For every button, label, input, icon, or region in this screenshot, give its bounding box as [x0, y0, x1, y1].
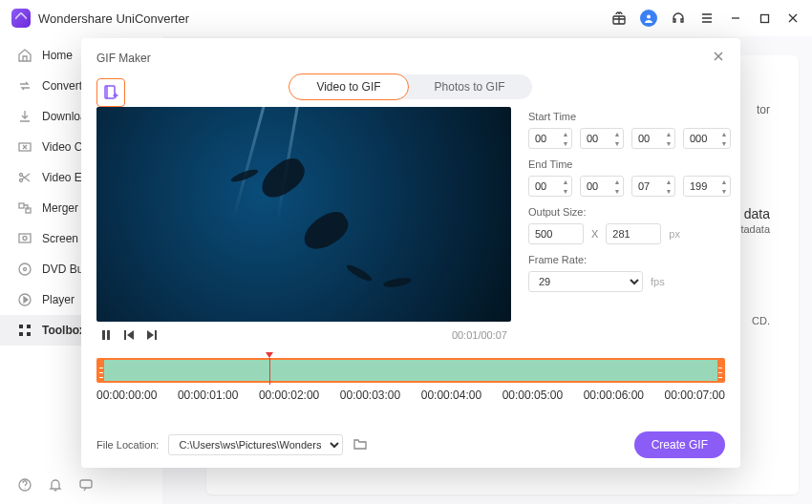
- open-folder-icon[interactable]: [353, 437, 368, 453]
- settings-panel: Start Time ▲▼ ▲▼ ▲▼ ▲▼ End Time ▲▼ ▲▼ ▲▼…: [528, 107, 731, 350]
- modal-title: GIF Maker: [96, 52, 151, 65]
- tab-video-to-gif[interactable]: Video to GIF: [288, 74, 408, 100]
- timeline[interactable]: [96, 358, 725, 383]
- download-icon: [17, 109, 32, 124]
- modal-close-icon[interactable]: [712, 50, 725, 67]
- pause-button[interactable]: [100, 329, 112, 341]
- spin-up-icon[interactable]: ▲: [719, 129, 729, 138]
- spin-down-icon[interactable]: ▼: [664, 138, 673, 148]
- prev-frame-button[interactable]: [123, 329, 135, 341]
- mode-tabs: Video to GIF Photos to GIF: [96, 74, 725, 99]
- minimize-icon[interactable]: [728, 10, 743, 26]
- merge-icon: [17, 200, 32, 216]
- help-icon[interactable]: [17, 477, 32, 493]
- svg-rect-15: [19, 332, 23, 336]
- svg-rect-16: [27, 332, 31, 336]
- maximize-icon[interactable]: [757, 10, 772, 26]
- tick: 00:00:06:00: [584, 388, 644, 402]
- next-frame-button[interactable]: [146, 329, 158, 341]
- spin-down-icon[interactable]: ▼: [612, 186, 622, 196]
- tick: 00:00:05:00: [502, 388, 563, 402]
- start-time-label: Start Time: [528, 111, 731, 122]
- height-input[interactable]: [606, 223, 661, 244]
- spin-up-icon[interactable]: ▲: [612, 177, 622, 186]
- svg-rect-13: [19, 325, 23, 328]
- svg-rect-6: [19, 203, 24, 208]
- frame-rate-select[interactable]: 29: [528, 271, 643, 292]
- record-icon: [17, 231, 32, 246]
- headset-icon[interactable]: [671, 10, 686, 26]
- avatar-icon[interactable]: [640, 10, 657, 27]
- create-gif-button[interactable]: Create GIF: [634, 431, 725, 458]
- px-unit: px: [669, 228, 680, 240]
- svg-rect-23: [155, 330, 157, 340]
- sidebar-item-label: Merger: [42, 201, 78, 215]
- tick: 00:00:07:00: [665, 388, 725, 402]
- svg-point-11: [24, 268, 27, 271]
- titlebar: Wondershare UniConverter: [0, 0, 812, 36]
- gift-icon[interactable]: [611, 10, 627, 26]
- close-icon[interactable]: [785, 10, 801, 26]
- svg-rect-18: [80, 480, 92, 488]
- gif-maker-modal: GIF Maker Video to GIF Photos to GIF: [81, 38, 740, 468]
- sidebar-item-label: Toolbox: [42, 324, 86, 337]
- scissors-icon: [17, 170, 32, 185]
- sidebar-item-label: Player: [42, 293, 75, 306]
- sidebar-item-label: Home: [42, 49, 73, 62]
- spin-down-icon[interactable]: ▼: [561, 138, 570, 148]
- width-input[interactable]: [528, 223, 584, 244]
- fps-unit: fps: [651, 276, 665, 287]
- end-time-label: End Time: [528, 158, 731, 170]
- spin-up-icon[interactable]: ▲: [561, 177, 570, 186]
- trim-end-handle[interactable]: [717, 360, 723, 381]
- spin-down-icon[interactable]: ▼: [612, 138, 622, 148]
- svg-point-1: [647, 15, 651, 19]
- trim-start-handle[interactable]: [98, 360, 104, 381]
- spin-down-icon[interactable]: ▼: [719, 186, 729, 196]
- svg-rect-21: [107, 330, 110, 340]
- app-logo-icon: [11, 9, 31, 28]
- timeline-ticks: 00:00:00:00 00:00:01:00 00:00:02:00 00:0…: [96, 388, 725, 402]
- spin-up-icon[interactable]: ▲: [612, 129, 622, 138]
- by-label: X: [591, 228, 598, 240]
- compress-icon: [17, 139, 32, 155]
- svg-rect-22: [124, 330, 126, 340]
- svg-point-10: [19, 263, 31, 275]
- output-size-label: Output Size:: [528, 206, 731, 218]
- bell-icon[interactable]: [48, 477, 63, 493]
- tick: 00:00:00:00: [96, 388, 157, 402]
- svg-rect-8: [19, 234, 31, 242]
- add-file-button[interactable]: [96, 78, 125, 107]
- tick: 00:00:04:00: [421, 388, 481, 402]
- frame-rate-label: Frame Rate:: [528, 254, 731, 265]
- tab-photos-to-gif[interactable]: Photos to GIF: [408, 74, 532, 99]
- file-location-label: File Location:: [96, 439, 159, 451]
- playhead[interactable]: [266, 352, 273, 385]
- home-icon: [17, 48, 32, 63]
- spin-up-icon[interactable]: ▲: [561, 129, 570, 138]
- tick: 00:00:03:00: [340, 388, 400, 402]
- menu-icon[interactable]: [699, 10, 715, 26]
- video-preview[interactable]: [96, 107, 511, 322]
- grid-icon: [17, 323, 32, 338]
- svg-point-9: [23, 237, 27, 241]
- disc-icon: [17, 262, 32, 277]
- play-icon: [17, 292, 32, 307]
- spin-up-icon[interactable]: ▲: [719, 177, 729, 186]
- spin-down-icon[interactable]: ▼: [561, 186, 570, 196]
- svg-rect-14: [27, 325, 31, 328]
- tick: 00:00:01:00: [178, 388, 238, 402]
- file-location-select[interactable]: C:\Users\ws\Pictures\Wonders: [168, 434, 343, 455]
- spin-up-icon[interactable]: ▲: [664, 177, 673, 186]
- svg-rect-2: [760, 14, 768, 22]
- spin-up-icon[interactable]: ▲: [664, 129, 673, 138]
- converter-icon: [17, 78, 32, 94]
- feedback-icon[interactable]: [78, 477, 94, 493]
- svg-rect-20: [102, 330, 105, 340]
- spin-down-icon[interactable]: ▼: [664, 186, 673, 196]
- playback-time: 00:01/00:07: [452, 329, 507, 341]
- app-title: Wondershare UniConverter: [38, 11, 189, 26]
- spin-down-icon[interactable]: ▼: [719, 138, 729, 148]
- tick: 00:00:02:00: [259, 388, 319, 402]
